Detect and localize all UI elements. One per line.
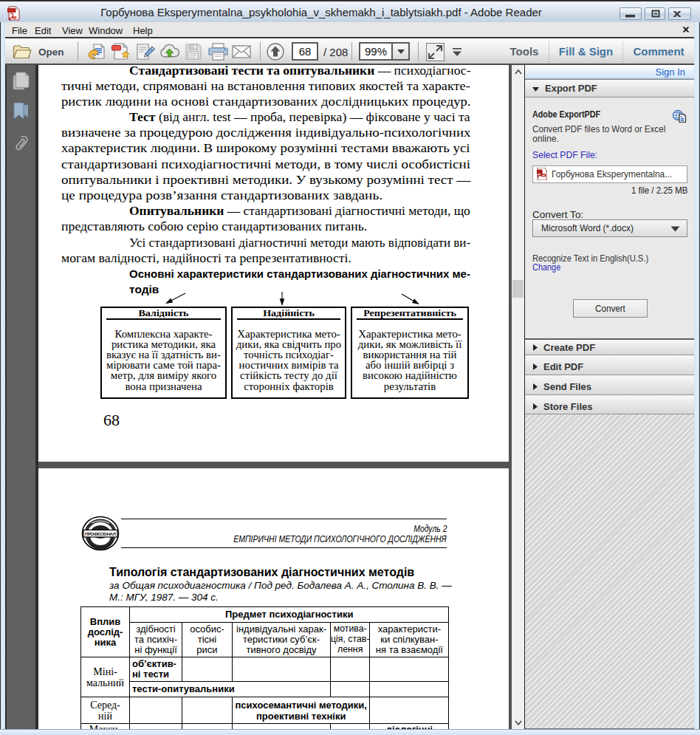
svg-text:ПРОФЕСІОНАЛ: ПРОФЕСІОНАЛ <box>85 531 116 536</box>
